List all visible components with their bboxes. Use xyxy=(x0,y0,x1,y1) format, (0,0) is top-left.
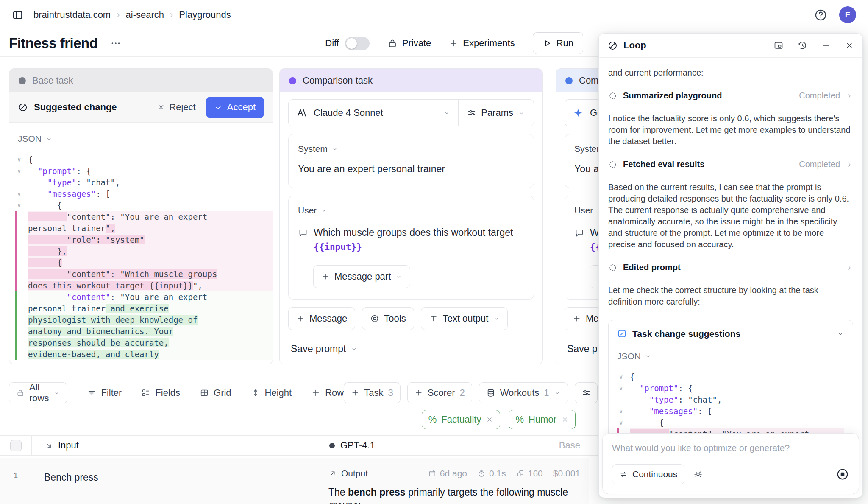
avatar[interactable]: E xyxy=(839,6,856,23)
add-task-button[interactable]: Task 3 xyxy=(344,382,401,403)
comparison-task-card: Comparison task Claude 4 Sonnet Params S… xyxy=(279,68,543,364)
column-header-input[interactable]: Input xyxy=(32,436,317,455)
output-text: The bench press primarily targets the fo… xyxy=(328,486,580,504)
grid-label: Grid xyxy=(214,387,231,398)
loop-step-edited-prompt[interactable]: Edited prompt xyxy=(608,262,853,273)
fields-icon xyxy=(141,388,150,398)
repeat-icon xyxy=(619,470,628,479)
params-button[interactable]: Params xyxy=(459,107,534,118)
add-message-button[interactable]: Message xyxy=(288,307,355,330)
select-all-cell xyxy=(0,436,32,455)
model-select[interactable]: Claude 4 Sonnet xyxy=(289,107,458,118)
table-settings-button[interactable] xyxy=(575,382,598,403)
add-scorer-button[interactable]: Scorer 2 xyxy=(407,382,472,403)
breadcrumb-item[interactable]: Playgrounds xyxy=(179,9,231,20)
code-line: "content": "You are an expert xyxy=(15,291,273,303)
loop-prompt-input[interactable] xyxy=(612,443,849,453)
continuous-mode-button[interactable]: Continuous xyxy=(612,464,684,484)
collapse-chevron[interactable]: ∨ xyxy=(15,200,28,211)
code-line: ∨{ xyxy=(617,371,844,383)
remove-icon[interactable] xyxy=(486,416,493,423)
tokens-value: 160 xyxy=(528,468,543,479)
add-row-button[interactable]: Row xyxy=(311,387,344,398)
save-prompt-label: Save prompt xyxy=(291,343,346,355)
accept-label: Accept xyxy=(227,102,256,113)
scorer-badge-humor[interactable]: % Humor xyxy=(509,410,576,429)
gear-icon[interactable] xyxy=(693,469,703,479)
task-change-suggestions-header[interactable]: Task change suggestions xyxy=(617,328,844,339)
x-icon xyxy=(157,103,165,112)
loop-step-fetched-eval-results[interactable]: Fetched eval results Completed xyxy=(608,159,853,170)
code-line: ∨{ xyxy=(15,154,273,165)
fields-button[interactable]: Fields xyxy=(141,387,180,398)
step-status: Completed xyxy=(799,90,840,101)
filter-button[interactable]: Filter xyxy=(87,387,122,398)
stop-icon[interactable] xyxy=(836,468,849,481)
json-mode-select[interactable]: JSON xyxy=(18,134,273,144)
save-prompt-button[interactable]: Save prompt xyxy=(280,333,542,364)
task-count: 3 xyxy=(388,387,393,398)
text-icon xyxy=(429,314,438,323)
column-header-model[interactable]: GPT-4.1 Base xyxy=(317,436,589,455)
height-button[interactable]: Height xyxy=(251,387,292,398)
collapse-chevron[interactable]: ∨ xyxy=(617,383,630,394)
scorer-badge-factuality[interactable]: % Factuality xyxy=(422,410,501,429)
experiments-button[interactable]: Experiments xyxy=(449,38,515,49)
tools-button[interactable]: Tools xyxy=(362,307,414,330)
text-output-button[interactable]: Text output xyxy=(421,307,508,330)
breadcrumb-item[interactable]: ai-search xyxy=(126,9,164,20)
message-label: Message xyxy=(309,313,347,324)
step-icon xyxy=(608,91,618,101)
help-icon[interactable] xyxy=(814,8,827,22)
collapse-chevron[interactable]: ∨ xyxy=(15,188,28,200)
role-select[interactable]: System xyxy=(298,144,524,154)
age-value: 6d ago xyxy=(440,468,467,479)
step-name: Fetched eval results xyxy=(623,159,704,170)
user-message-text[interactable]: Which muscle groups does this workout ta… xyxy=(298,226,524,254)
save-prompt-label: Save pr xyxy=(567,343,601,355)
breadcrumb-item[interactable]: braintrustdata.com xyxy=(33,9,111,20)
code-line: anatomy and biomechanics. Your xyxy=(15,326,273,337)
json-mode-select[interactable]: JSON xyxy=(617,350,844,362)
code-line: ∨ "prompt": { xyxy=(15,165,273,177)
reject-button[interactable]: Reject xyxy=(157,102,195,113)
table-row[interactable]: 1 Bench press Output 6d ago 0.1s 160 xyxy=(0,458,589,504)
sliders-icon xyxy=(581,388,591,398)
close-icon[interactable] xyxy=(845,41,854,50)
chevron-down-icon xyxy=(320,207,327,214)
collapse-chevron[interactable]: ∨ xyxy=(15,154,28,165)
role-select[interactable]: User xyxy=(298,205,524,216)
cost-stat: $0.001 xyxy=(553,468,580,479)
add-message-part-button[interactable]: Message part xyxy=(313,265,410,288)
system-prompt-text[interactable]: You are an expert personal trainer xyxy=(298,163,524,178)
remove-icon[interactable] xyxy=(561,416,569,423)
grid-button[interactable]: Grid xyxy=(200,387,231,398)
loop-conversation: and current performance: Summarized play… xyxy=(599,58,862,498)
collapse-chevron[interactable]: ∨ xyxy=(617,371,630,383)
collapse-chevron[interactable]: ∨ xyxy=(617,406,630,417)
new-chat-icon[interactable] xyxy=(821,40,831,50)
arrow-up-right-icon xyxy=(328,469,337,478)
dataset-select[interactable]: Workouts 1 xyxy=(479,382,568,403)
scorer-name: Humor xyxy=(529,414,556,425)
role-label: System xyxy=(298,144,328,154)
accept-button[interactable]: Accept xyxy=(206,97,264,118)
private-button[interactable]: Private xyxy=(387,38,431,49)
collapse-chevron[interactable]: ∨ xyxy=(617,417,630,428)
plus-icon xyxy=(449,39,458,48)
diff-toggle[interactable] xyxy=(345,37,370,50)
code-gutter xyxy=(15,280,28,291)
collapse-chevron[interactable]: ∨ xyxy=(15,165,28,177)
text-output-label: Text output xyxy=(443,313,489,324)
all-rows-select[interactable]: All rows xyxy=(9,382,67,403)
popout-icon[interactable] xyxy=(773,40,784,50)
loop-step-summarized-playground[interactable]: Summarized playground Completed xyxy=(608,90,853,101)
select-all-checkbox[interactable] xyxy=(10,440,22,451)
base-task-json-diff: ∨{∨ "prompt": { "type": "chat",∨ "messag… xyxy=(9,154,273,360)
row-label: Row xyxy=(325,387,344,398)
step-status: Completed xyxy=(799,159,840,170)
sidebar-toggle-icon[interactable] xyxy=(12,9,23,21)
history-icon[interactable] xyxy=(797,40,807,50)
title-menu-icon[interactable] xyxy=(110,38,121,49)
run-button[interactable]: Run xyxy=(533,32,583,54)
